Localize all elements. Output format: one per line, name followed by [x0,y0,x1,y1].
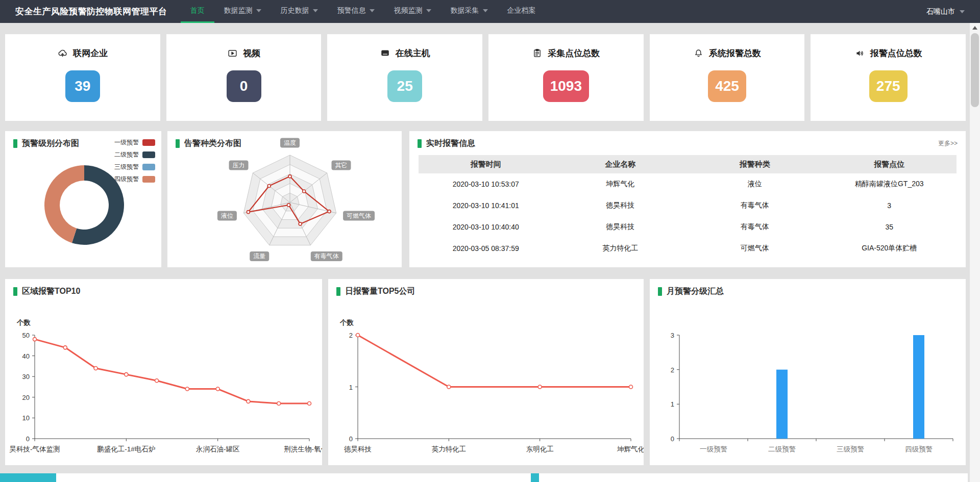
svg-text:二级预警: 二级预警 [768,445,796,453]
nav-item-label: 视频监测 [394,6,423,15]
alarm-row: 2020-03-10 10:41:01德昊科技有毒气体3 [419,195,957,216]
chevron-down-icon [960,10,965,13]
alarm-cell: 2020-03-10 10:53:07 [419,173,553,195]
panel-title: 月预警分级汇总 [667,286,724,297]
monthly-warning-summary-panel: 月预警分级汇总 0123一级预警二级预警三级预警四级预警 [650,279,966,465]
legend-label: 一级预警 [114,138,139,147]
svg-text:20: 20 [22,394,30,401]
green-marker [336,287,340,296]
chevron-down-icon [256,9,261,12]
nav-item-video-monitor[interactable]: 视频监测 [384,0,441,23]
nav-item-warning-info[interactable]: 预警信息 [328,0,384,23]
stat-value-badge: 39 [65,70,100,102]
panel-title-row: 月预警分级汇总 [650,279,966,297]
nav-item-label: 数据监测 [224,6,253,15]
nav-item-data-monitor[interactable]: 数据监测 [214,0,271,23]
stat-card-videos: 视频0 [166,34,322,121]
alarm-cell: 坤辉气化 [553,173,688,195]
svg-text:0: 0 [349,435,353,443]
svg-text:德昊科技: 德昊科技 [344,445,372,453]
legend-item[interactable]: 一级预警 [114,138,155,147]
stat-card-connected-enterprises: 联网企业39 [5,34,160,121]
alarm-cell: 3 [822,195,957,216]
alarm-row: 2020-03-05 08:37:59英力特化工可燃气体GIA-520单体贮槽 [419,238,957,259]
stat-value-badge: 1093 [543,70,589,102]
stat-value-badge: 25 [387,70,422,102]
top-nav: 安全生产风险预警防控物联网管理平台 首页数据监测历史数据预警信息视频监测数据采集… [0,0,980,23]
svg-text:坤辉气化: 坤辉气化 [617,445,644,453]
svg-text:昊科技-气体监测: 昊科技-气体监测 [10,445,60,453]
stat-card-system-alarms: 系统报警总数425 [650,34,805,121]
daily-alarm-top5-panel: 日报警量TOP5公司 012个数德昊科技英力特化工东明化工坤辉气化 [328,279,644,465]
nav-item-history-data[interactable]: 历史数据 [271,0,328,23]
svg-text:鹏盛化工-1#电石炉: 鹏盛化工-1#电石炉 [97,445,155,453]
alarm-cell: 2020-03-10 10:40:40 [419,216,553,238]
region-selector[interactable]: 石嘴山市 [926,7,965,16]
stat-label-row: 系统报警总数 [650,47,805,59]
alarm-row: 2020-03-10 10:40:40德昊科技有毒气体35 [419,216,957,238]
chevron-down-icon [426,9,431,12]
scrollbar-up-arrow-icon[interactable] [970,23,980,32]
panel-title-row: 区域报警TOP10 [5,279,322,297]
nav-item-enterprise-archive[interactable]: 企业档案 [498,0,546,23]
alarm-header-row: 报警时间企业名称报警种类报警点位 [419,155,957,173]
panel-title: 日报警量TOP5公司 [345,286,415,297]
alarm-type-radar-chart: 温度其它可燃气体有毒气体流量液位压力 [167,131,402,267]
more-link[interactable]: 更多>> [938,139,958,148]
svg-text:三级预警: 三级预警 [837,445,864,453]
realtime-alarm-panel: 实时报警信息 更多>> 报警时间企业名称报警种类报警点位 2020-03-10 … [409,131,966,267]
svg-text:3: 3 [671,332,674,339]
svg-text:50: 50 [22,332,30,339]
svg-text:温度: 温度 [284,139,296,146]
scrollbar-thumb[interactable] [971,33,979,107]
radar-axis-label: 液位 [217,211,237,221]
alarm-cell: 有毒气体 [688,216,822,238]
svg-text:英力特化工: 英力特化工 [432,445,467,453]
svg-text:四级预警: 四级预警 [905,445,933,453]
svg-text:流量: 流量 [253,252,265,260]
svg-text:2: 2 [671,366,674,374]
dashboard-page: 安全生产风险预警防控物联网管理平台 首页数据监测历史数据预警信息视频监测数据采集… [0,0,980,482]
alarm-cell: 英力特化工 [553,238,688,259]
stat-label-row: 报警点位总数 [811,47,966,59]
stat-label-row: 在线主机 [327,47,482,59]
svg-text:压力: 压力 [233,162,245,169]
alarm-cell: 有毒气体 [688,195,822,216]
bell-icon [693,48,704,59]
stat-label: 采集点位总数 [548,47,600,59]
panel-title: 预警级别分布图 [22,138,79,149]
page-scrollbar[interactable] [970,23,980,482]
realtime-alarm-table: 报警时间企业名称报警种类报警点位 2020-03-10 10:53:07坤辉气化… [419,155,957,259]
bottom-strip-segment [531,473,539,482]
svg-text:一级预警: 一级预警 [700,445,727,453]
stat-label: 报警点位总数 [870,47,922,59]
alarm-cell: 2020-03-05 08:37:59 [419,238,553,259]
svg-text:2: 2 [349,332,353,339]
radar-axis-label: 流量 [250,251,269,261]
radar-axis-label: 温度 [280,138,300,148]
legend-swatch [142,139,155,146]
alarm-cell: 德昊科技 [553,216,688,238]
alarm-cell: 2020-03-10 10:41:01 [419,195,553,216]
svg-text:个数: 个数 [339,319,354,326]
nav-item-label: 首页 [190,6,205,15]
panel-title-row: 日报警量TOP5公司 [328,279,644,297]
green-marker [418,139,422,148]
svg-text:0: 0 [671,435,674,443]
alarm-column-header: 报警时间 [419,155,553,173]
nav-item-data-collect[interactable]: 数据采集 [441,0,498,23]
svg-text:1: 1 [671,400,674,408]
stats-row: 联网企业39视频0在线主机25采集点位总数1093系统报警总数425报警点位总数… [5,34,966,121]
svg-text:1: 1 [349,384,353,391]
radar-axis-label: 其它 [331,161,351,170]
alarm-cell: 德昊科技 [553,195,688,216]
daily-alarm-top5-chart: 012个数德昊科技英力特化工东明化工坤辉气化 [328,299,644,465]
nav-item-home[interactable]: 首页 [181,0,214,23]
stat-value-badge: 0 [227,70,261,102]
alarm-cell: GIA-520单体贮槽 [822,238,957,259]
bottom-partial-row [0,473,968,482]
monthly-warning-bar-chart: 0123一级预警二级预警三级预警四级预警 [650,299,966,465]
nav-item-label: 预警信息 [337,6,366,15]
panel-title: 区域报警TOP10 [22,286,80,297]
cloud-upload-icon [57,48,68,59]
